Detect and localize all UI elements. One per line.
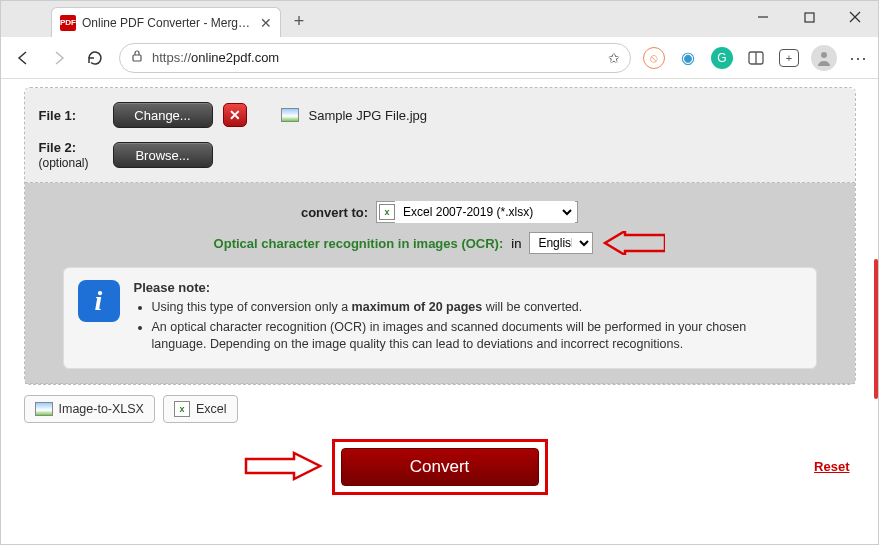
note-item-1: Using this type of conversion only a max… bbox=[152, 299, 802, 317]
tab-close-icon[interactable]: ✕ bbox=[260, 15, 272, 31]
convert-highlight: Convert bbox=[332, 439, 548, 495]
profile-avatar[interactable] bbox=[811, 45, 837, 71]
options-panel: convert to: x Excel 2007-2019 (*.xlsx) O… bbox=[25, 183, 855, 384]
image-icon bbox=[35, 402, 53, 416]
file2-label: File 2:(optional) bbox=[39, 140, 103, 170]
close-icon bbox=[849, 11, 861, 23]
chips-row: Image-to-XLSX x Excel bbox=[24, 395, 856, 423]
remove-file-button[interactable]: ✕ bbox=[223, 103, 247, 127]
files-panel: File 1: Change... ✕ Sample JPG File.jpg … bbox=[25, 88, 855, 183]
back-icon bbox=[14, 49, 32, 67]
back-button[interactable] bbox=[11, 46, 35, 70]
chip-excel[interactable]: x Excel bbox=[163, 395, 238, 423]
change-button[interactable]: Change... bbox=[113, 102, 213, 128]
note-box: i Please note: Using this type of conver… bbox=[63, 267, 817, 369]
browser-toolbar: https://online2pdf.com ✩ ⦸ ◉ G + ⋯ bbox=[1, 37, 878, 79]
file1-label: File 1: bbox=[39, 108, 103, 123]
address-bar[interactable]: https://online2pdf.com ✩ bbox=[119, 43, 631, 73]
note-item-2: An optical character recognition (OCR) i… bbox=[152, 319, 802, 354]
chip-image-to-xlsx[interactable]: Image-to-XLSX bbox=[24, 395, 155, 423]
tab-title: Online PDF Converter - Merge, c bbox=[82, 16, 254, 30]
collections-icon[interactable]: + bbox=[779, 49, 799, 67]
minimize-button[interactable] bbox=[740, 1, 786, 33]
browser-tab[interactable]: PDF Online PDF Converter - Merge, c ✕ bbox=[51, 7, 281, 37]
forward-button bbox=[47, 46, 71, 70]
info-icon: i bbox=[78, 280, 120, 322]
new-tab-button[interactable]: + bbox=[285, 7, 313, 35]
upload-panel: File 1: Change... ✕ Sample JPG File.jpg … bbox=[24, 87, 856, 385]
reload-button[interactable] bbox=[83, 46, 107, 70]
lock-icon bbox=[130, 49, 144, 66]
file-row-2: File 2:(optional) Browse... bbox=[39, 140, 841, 170]
file1-name: Sample JPG File.jpg bbox=[309, 108, 428, 123]
excel-icon: x bbox=[174, 401, 190, 417]
browse-button[interactable]: Browse... bbox=[113, 142, 213, 168]
page-content: File 1: Change... ✕ Sample JPG File.jpg … bbox=[1, 79, 878, 545]
convert-to-label: convert to: bbox=[301, 205, 368, 220]
window-controls bbox=[740, 1, 878, 33]
avatar-icon bbox=[815, 49, 833, 67]
extension-icon-2[interactable]: ◉ bbox=[677, 47, 699, 69]
language-select[interactable]: English bbox=[529, 232, 593, 254]
maximize-button[interactable] bbox=[786, 1, 832, 33]
note-content: Please note: Using this type of conversi… bbox=[134, 280, 802, 356]
scrollbar-thumb[interactable] bbox=[874, 259, 878, 399]
below-panel: Image-to-XLSX x Excel Convert Reset bbox=[24, 395, 856, 497]
svg-point-7 bbox=[821, 52, 827, 58]
annotation-arrow-ocr bbox=[601, 231, 665, 255]
extension-icon-1[interactable]: ⦸ bbox=[643, 47, 665, 69]
tab-favicon: PDF bbox=[60, 15, 76, 31]
svg-rect-1 bbox=[805, 13, 814, 22]
ocr-in-text: in bbox=[511, 236, 521, 251]
forward-icon bbox=[50, 49, 68, 67]
note-heading: Please note: bbox=[134, 280, 802, 295]
maximize-icon bbox=[804, 12, 815, 23]
svg-rect-4 bbox=[133, 55, 141, 61]
ocr-row: Optical character recognition in images … bbox=[39, 231, 841, 255]
file-row-1: File 1: Change... ✕ Sample JPG File.jpg bbox=[39, 102, 841, 128]
close-window-button[interactable] bbox=[832, 1, 878, 33]
minimize-icon bbox=[757, 11, 769, 23]
extension-icon-4[interactable] bbox=[745, 47, 767, 69]
reload-icon bbox=[86, 49, 104, 67]
xlsx-icon: x bbox=[379, 204, 395, 220]
menu-button[interactable]: ⋯ bbox=[849, 47, 868, 69]
annotation-arrow-convert bbox=[244, 451, 324, 481]
file-thumbnail-icon bbox=[281, 108, 299, 122]
titlebar: PDF Online PDF Converter - Merge, c ✕ + bbox=[1, 1, 878, 37]
convert-row: Convert Reset bbox=[24, 437, 856, 497]
reset-link[interactable]: Reset bbox=[814, 459, 849, 474]
convert-button[interactable]: Convert bbox=[341, 448, 539, 486]
convert-to-row: convert to: x Excel 2007-2019 (*.xlsx) bbox=[39, 201, 841, 223]
ocr-label: Optical character recognition in images … bbox=[214, 236, 504, 251]
url-text: https://online2pdf.com bbox=[152, 50, 600, 65]
favorite-icon[interactable]: ✩ bbox=[608, 50, 620, 66]
extension-icon-3[interactable]: G bbox=[711, 47, 733, 69]
format-select[interactable]: Excel 2007-2019 (*.xlsx) bbox=[395, 201, 575, 223]
